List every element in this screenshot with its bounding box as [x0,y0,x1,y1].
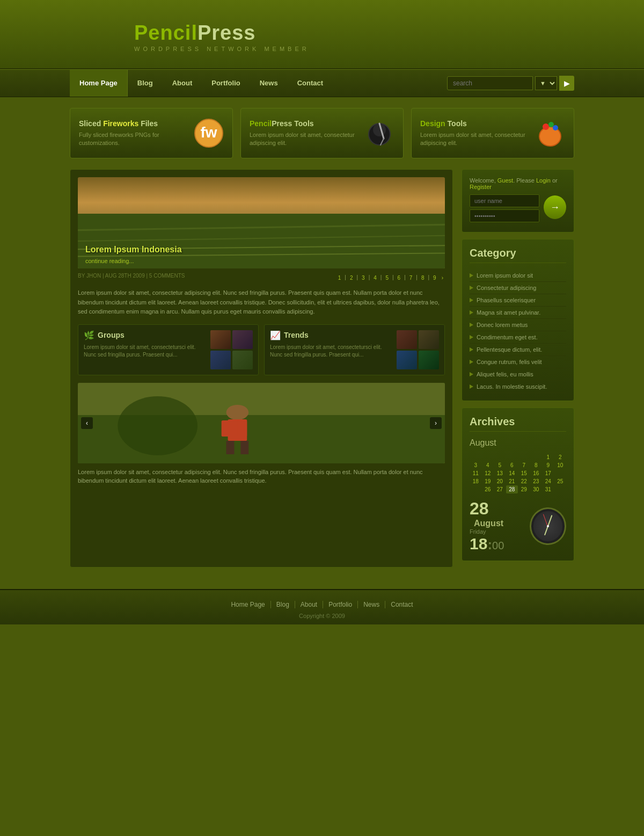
page-8[interactable]: 8 [420,274,426,281]
cal-cell-3[interactable]: 3 [470,461,482,469]
nav-blog[interactable]: Blog [128,70,163,97]
login-widget: Welcome, Guest. Please Login or Register… [462,169,574,232]
login-link[interactable]: Login [536,177,551,184]
footer-home[interactable]: Home Page [225,601,270,608]
cal-cell-7[interactable]: 7 [518,461,530,469]
trends-title: Trends [284,331,309,339]
cal-cell-31[interactable]: 31 [542,485,554,493]
cal-cell-10[interactable]: 10 [554,461,567,469]
username-input[interactable] [470,194,539,207]
cal-cell-6[interactable]: 6 [506,461,518,469]
cat-label-4: Donec lorem metus [477,322,528,328]
footer-portfolio[interactable]: Portfolio [323,601,358,608]
search-button[interactable]: ▶ [559,76,574,91]
cal-cell-2[interactable]: 2 [554,453,567,461]
cat-item-8[interactable]: Aliquet felis, eu mollis [470,368,566,381]
password-input[interactable] [470,209,539,222]
search-input[interactable] [447,76,533,90]
login-button[interactable]: → [544,195,566,219]
hero-image: Lorem Ipsum Indonesia continue reading..… [78,177,445,268]
cal-cell-22[interactable]: 22 [518,477,530,485]
feature-boxes: Sliced Fireworks Files Fully sliced fire… [70,108,574,158]
nav-portfolio[interactable]: Portfolio [202,70,250,97]
nav-about[interactable]: About [163,70,202,97]
cal-cell-1[interactable]: 1 [542,453,554,461]
cat-item-1[interactable]: Consectetur adipiscing [470,282,566,294]
cal-cell-25[interactable]: 25 [554,477,567,485]
page-9[interactable]: 9 [431,274,438,281]
cal-cell-18[interactable]: 18 [470,477,482,485]
cat-item-5[interactable]: Condimentum eget est. [470,331,566,344]
page-4[interactable]: 4 [372,274,378,281]
cal-cell-15[interactable]: 15 [518,469,530,477]
cal-cell-23[interactable]: 23 [530,477,543,485]
date-month: August [474,519,503,528]
cal-cell-4[interactable]: 4 [482,461,494,469]
trend-img-4 [419,351,439,369]
carousel-next[interactable]: › [430,417,442,429]
cal-cell-17[interactable]: 17 [542,469,554,477]
guest-link[interactable]: Guest [497,177,513,184]
search-dropdown[interactable]: ▼ [535,76,557,90]
site-title: PencilPress [134,21,574,45]
cal-cell-14[interactable]: 14 [506,469,518,477]
footer-news[interactable]: News [358,601,385,608]
page-7[interactable]: 7 [408,274,414,281]
hero-caption-accent: Indonesia [142,245,182,254]
cat-item-4[interactable]: Donec lorem metus [470,319,566,331]
cal-cell-16[interactable]: 16 [530,469,543,477]
time-hours: 18 [470,535,487,553]
feature-2-icon [364,117,394,149]
cal-cell-21[interactable]: 21 [506,477,518,485]
cat-label-8: Aliquet felis, eu mollis [477,371,533,377]
date-display: 28 August Friday 18 : 00 [470,499,566,553]
register-link[interactable]: Register [470,184,492,190]
cal-cell-27[interactable]: 27 [494,485,506,493]
nav-contact[interactable]: Contact [288,70,333,97]
cal-cell-9[interactable]: 9 [542,461,554,469]
cal-cell-8[interactable]: 8 [530,461,543,469]
cat-item-2[interactable]: Phasellus scelerisquer [470,294,566,307]
cal-cell-24[interactable]: 24 [542,477,554,485]
cal-cell-19[interactable]: 19 [482,477,494,485]
page-1[interactable]: 1 [336,274,343,281]
date-day: Friday [470,528,523,535]
page-5[interactable]: 5 [384,274,390,281]
cal-cell-26[interactable]: 26 [482,485,494,493]
cat-item-0[interactable]: Lorem ipsum dolor sit [470,270,566,282]
cat-item-3[interactable]: Magna sit amet pulvinar. [470,307,566,319]
footer-blog[interactable]: Blog [271,601,295,608]
nav-news[interactable]: News [250,70,288,97]
feature-2-desc: Lorem ipsum dolor sit amet, consectetur … [250,131,364,148]
page-3[interactable]: 3 [360,274,367,281]
carousel-prev[interactable]: ‹ [81,417,93,429]
page-2[interactable]: 2 [348,274,355,281]
trend-img-3 [397,351,417,369]
cal-cell-13[interactable]: 13 [494,469,506,477]
cal-cell-28[interactable]: 28 [506,485,518,493]
login-fields [470,194,539,224]
group-img-4 [232,351,253,369]
nav-home[interactable]: Home Page [70,70,128,97]
page-6[interactable]: 6 [396,274,402,281]
continue-link[interactable]: continue reading... [85,258,134,264]
time-display: 18 : 00 [470,535,523,553]
feature-1-desc: Fully sliced fireworks PNGs for customiz… [79,131,194,148]
footer-contact[interactable]: Contact [385,601,418,608]
cal-cell-5[interactable]: 5 [494,461,506,469]
cal-cell-20[interactable]: 20 [494,477,506,485]
footer-about[interactable]: About [295,601,323,608]
page-next[interactable]: › [440,274,445,281]
cal-cell-29[interactable]: 29 [518,485,530,493]
cal-cell-12[interactable]: 12 [482,469,494,477]
cat-item-7[interactable]: Congue rutrum, felis velit [470,356,566,368]
pagination: 1 | 2 | 3 | 4 | 5 | 6 | 7 | 8 | 9 [336,274,445,281]
analog-clock [530,507,566,545]
cat-item-9[interactable]: Lacus. In molestie suscipit. [470,381,566,393]
post-body: Lorem ipsum dolor sit amet, consectetur … [78,288,445,317]
cal-cell-11[interactable]: 11 [470,469,482,477]
groups-desc: Lorem ipsum dolor sit amet, consecteturs… [84,344,206,359]
cat-label-3: Magna sit amet pulvinar. [477,309,540,316]
cal-cell-30[interactable]: 30 [530,485,543,493]
cat-item-6[interactable]: Pellentesque dictum, elit. [470,344,566,356]
